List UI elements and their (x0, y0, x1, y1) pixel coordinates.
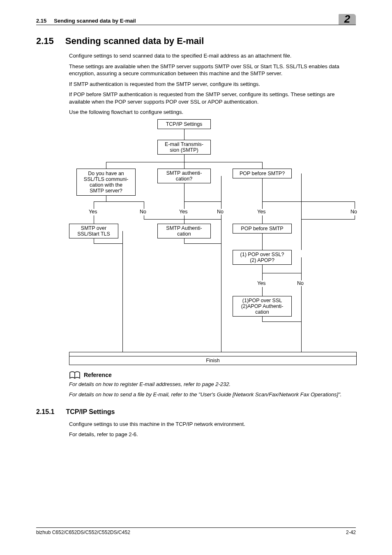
flow-connector (184, 238, 184, 243)
header-section-title: Sending scanned data by E-mail (54, 18, 136, 24)
reference-icon (69, 371, 81, 379)
subsection-title: TCP/IP Settings (66, 408, 115, 416)
flow-label-yes: Yes (89, 209, 97, 215)
chapter-number: 2 (339, 14, 356, 25)
reference-text: For details on how to send a file by E-m… (69, 391, 356, 398)
flow-label-no: No (350, 209, 357, 215)
running-header: 2.15 Sending scanned data by E-mail 2 (36, 14, 356, 25)
flowchart: TCP/IP Settings E-mail Transmis- sion (S… (69, 119, 357, 366)
flow-connector (94, 215, 94, 224)
flow-node-text: (1)POP over SSL (242, 298, 282, 303)
flow-node-text: (1) POP over SSL? (240, 252, 284, 257)
flow-connector (221, 219, 221, 352)
flow-connector (184, 129, 184, 140)
flow-connector (184, 201, 221, 202)
flow-node-text: cation (177, 231, 191, 237)
flow-node-text: SMTP over (81, 225, 106, 231)
flow-connector (184, 201, 184, 209)
flow-connector (144, 219, 221, 220)
flow-node-text: Do you have an (88, 171, 124, 176)
flow-node-question-popbefore: POP before SMTP? (233, 169, 292, 178)
flow-node-pop-before-smtp: POP before SMTP (233, 224, 292, 234)
flow-connector (301, 288, 302, 352)
flow-connector (69, 352, 357, 352)
flow-connector (262, 273, 263, 280)
reference-text: For details on how to register E-mail ad… (69, 381, 356, 388)
reference-heading: Reference (69, 371, 356, 379)
flow-node-smtp-ssl: SMTP over SSL/Start TLS (69, 224, 118, 238)
flow-connector (262, 317, 263, 321)
flow-node-text: SSL/Start TLS (77, 231, 110, 237)
flow-node-text: SSL/TLS communi- (84, 176, 128, 182)
flow-node-question-ssl: Do you have an SSL/TLS communi- cation w… (76, 169, 136, 196)
paragraph: If SMTP authentication is requested from… (69, 81, 356, 88)
flow-label-yes: Yes (257, 280, 265, 286)
paragraph: Configure settings to send scanned data … (69, 52, 356, 60)
footer-page: 2-42 (346, 530, 356, 535)
flow-node-question-pop-ssl: (1) POP over SSL? (2) APOP? (233, 250, 292, 265)
flow-node-question-smtpauth: SMTP authenti- cation? (157, 169, 211, 183)
chapter-tab: 2 (339, 14, 356, 24)
flow-label-no: No (297, 280, 304, 286)
flow-node-smtp-auth: SMTP Authenti- cation (157, 224, 211, 238)
flow-connector (301, 219, 302, 250)
flow-node-finish: Finish (69, 356, 357, 365)
flow-connector (94, 243, 123, 244)
flow-connector (184, 155, 184, 162)
page-footer: bizhub C652/C652DS/C552/C552DS/C452 2-42 (36, 527, 356, 535)
flow-connector (262, 321, 302, 322)
flow-node-text: (2) APOP? (250, 257, 274, 263)
flow-node-pop-ssl-auth: (1)POP over SSL (2)APOP Authenti- cation (233, 296, 292, 317)
flow-node-text: SMTP server? (90, 188, 122, 194)
flow-connector (301, 273, 302, 280)
flow-connector (106, 162, 106, 169)
subsection-heading: 2.15.1 TCP/IP Settings (36, 408, 356, 416)
flow-node-text: SMTP Authenti- (166, 225, 202, 231)
reference-heading-text: Reference (84, 372, 112, 378)
flow-connector (94, 201, 94, 209)
section-heading: 2.15 Sending scanned data by E-mail (36, 36, 356, 46)
flow-connector (106, 196, 106, 201)
flow-connector (144, 201, 144, 209)
flow-connector (262, 201, 355, 202)
flow-connector (301, 173, 302, 219)
flow-connector (262, 287, 263, 296)
flow-node-text: sion (SMTP) (170, 147, 198, 153)
flow-connector (301, 219, 355, 220)
flow-node-text: cation? (176, 176, 192, 182)
flow-connector (184, 243, 221, 244)
footer-model: bizhub C652/C652DS/C552/C552DS/C452 (36, 530, 130, 535)
flow-connector (184, 215, 184, 224)
flow-connector (262, 162, 263, 169)
flow-node-text: cation (255, 309, 269, 315)
flow-node-tcpip: TCP/IP Settings (157, 119, 211, 129)
flow-connector (262, 234, 263, 250)
section-number: 2.15 (36, 36, 54, 46)
flow-connector (262, 215, 263, 224)
flow-connector (94, 238, 94, 243)
flow-connector (144, 215, 144, 219)
flow-node-text: E-mail Transmis- (165, 141, 203, 147)
flow-node-text: cation with the (90, 182, 122, 188)
subsection-number: 2.15.1 (36, 408, 54, 416)
paragraph: These settings are available when the SM… (69, 63, 356, 77)
flow-connector (355, 215, 355, 219)
flow-label-no: No (140, 209, 146, 215)
flow-connector (184, 183, 184, 201)
header-section-number: 2.15 (36, 18, 46, 24)
flow-connector (184, 162, 184, 169)
paragraph: For details, refer to page 2-6. (69, 431, 356, 438)
flow-connector (262, 273, 302, 273)
paragraph: Use the following flowchart to configure… (69, 109, 356, 116)
flow-label-no: No (217, 209, 224, 215)
flow-label-yes: Yes (179, 209, 187, 215)
paragraph: Configure settings to use this machine i… (69, 421, 356, 428)
section-title: Sending scanned data by E-mail (65, 36, 204, 46)
flow-connector (355, 201, 355, 209)
flow-connector (262, 265, 263, 273)
flow-label-yes: Yes (257, 209, 265, 215)
paragraph: If POP before SMTP authentication is req… (69, 91, 356, 105)
flow-connector (262, 178, 263, 201)
flow-connector (94, 201, 144, 202)
flow-connector (122, 231, 123, 352)
